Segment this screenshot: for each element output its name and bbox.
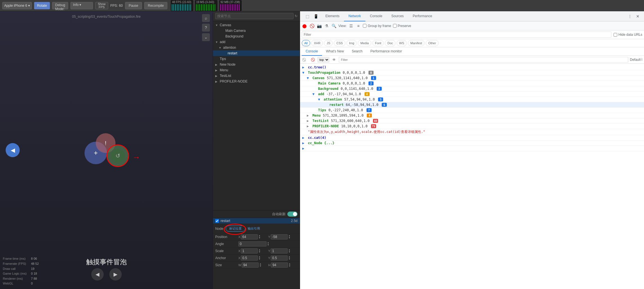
tab-performance[interactable]: Performance	[408, 11, 437, 21]
props-checkbox[interactable]	[215, 219, 219, 223]
preserve-input[interactable]	[393, 24, 397, 28]
tree-item-canvas[interactable]: ▼ Canvas	[213, 22, 300, 28]
search-icon[interactable]: 🔍	[331, 23, 337, 29]
tree-item-attention[interactable]: ▼ attention	[213, 45, 300, 50]
chip-ws[interactable]: WS	[397, 40, 407, 46]
chip-manifest[interactable]: Manifest	[408, 40, 425, 46]
vals-restart: 64,-58,94,94,1.0	[346, 103, 379, 107]
console-line-prompt[interactable]: ▶	[300, 146, 644, 151]
prop-x-val-anchor[interactable]	[241, 255, 258, 261]
tab-elements[interactable]: Elements	[321, 11, 344, 21]
chip-other[interactable]: Other	[426, 40, 439, 46]
network-filter-input[interactable]	[302, 32, 611, 38]
next-button[interactable]: ▶	[109, 268, 122, 281]
spin-size-w[interactable]: ▲▼	[259, 263, 261, 267]
export-button[interactable]: 输出引用	[248, 226, 260, 231]
show-fps-button[interactable]: Show FPS	[95, 2, 108, 9]
inspect-icon[interactable]: ⬚	[303, 12, 311, 20]
prompt-input[interactable]	[307, 146, 642, 150]
tree-item-add[interactable]: ▼ add	[213, 39, 300, 45]
spin-position-x[interactable]: ▲▼	[258, 235, 261, 239]
console-eye-icon[interactable]: 👁	[331, 57, 337, 63]
subtab-whats-new[interactable]: What's New	[322, 47, 348, 56]
recompile-button[interactable]: Recompile	[144, 2, 168, 9]
tree-item-testlist[interactable]: ▶ TestList	[213, 73, 300, 79]
console-default-label: Default l	[630, 58, 642, 62]
console-context-select[interactable]: top	[317, 57, 329, 63]
mobile-icon[interactable]: 📱	[312, 12, 320, 20]
record-icon[interactable]: ⬤	[302, 23, 307, 29]
prop-x-val-position[interactable]	[241, 234, 258, 239]
prev-button[interactable]: ◀	[91, 268, 104, 281]
preserve-checkbox[interactable]: Preserve	[393, 24, 411, 28]
prop-w-val-size[interactable]	[242, 263, 259, 268]
back-arrow-button[interactable]: ◀	[6, 143, 20, 157]
chip-js[interactable]: JS	[324, 40, 333, 46]
chevron-down-icon[interactable]: ⌄	[202, 33, 210, 41]
mark-position-button[interactable]: 标记位置	[226, 226, 245, 232]
search-icon[interactable]: ⌕	[202, 14, 210, 22]
waterfall-icon[interactable]: ≡	[356, 23, 361, 29]
props-selected-row[interactable]: restart 2.5d	[213, 218, 300, 224]
device-selector[interactable]: Apple iPhone 6 ▾	[2, 2, 32, 9]
prop-y-val-scale[interactable]	[271, 248, 288, 254]
tree-item-tips[interactable]: Tips	[213, 56, 300, 62]
tree-item-restart[interactable]: restart	[213, 50, 300, 56]
console-stop-icon[interactable]: 🚫	[310, 57, 316, 63]
scene-search-input[interactable]	[215, 13, 294, 19]
devtools-icon-group: ⬚ 📱	[302, 12, 321, 20]
console-block-icon[interactable]: ⃠	[302, 57, 308, 63]
auto-refresh-toggle[interactable]	[287, 212, 297, 217]
more-icon[interactable]: ✕	[634, 12, 642, 20]
rotate-button[interactable]: Rotate	[34, 2, 50, 9]
prop-y-val-anchor[interactable]	[271, 255, 288, 261]
tree-item-background[interactable]: Background	[213, 34, 300, 39]
bottom-chinese-text: 触摸事件冒泡	[86, 257, 127, 266]
prop-h-val-size[interactable]	[271, 263, 288, 268]
spin-position-y[interactable]: ▲▼	[288, 235, 290, 239]
prop-angle-val[interactable]	[238, 241, 267, 246]
chip-xhr[interactable]: XHR	[311, 40, 323, 46]
chip-doc[interactable]: Doc	[385, 40, 396, 46]
prop-x-val-scale[interactable]	[241, 248, 258, 254]
chip-all[interactable]: All	[302, 40, 310, 46]
tree-item-profiler-node[interactable]: ▶ PROFILER-NODE	[213, 79, 300, 84]
prop-y-val-position[interactable]	[271, 234, 288, 239]
refresh-icon[interactable]: ↻	[295, 14, 297, 18]
question-icon[interactable]: ?	[202, 24, 210, 32]
info-selector[interactable]: Info ▾	[70, 2, 93, 9]
subtab-search[interactable]: Search	[348, 47, 367, 56]
filter-icon[interactable]: ⚗	[324, 23, 329, 29]
hide-data-urls-checkbox[interactable]: Hide data URLs	[614, 33, 642, 37]
camera-icon[interactable]: 📷	[316, 23, 322, 29]
group-by-frame-input[interactable]	[363, 24, 367, 28]
group-by-frame-checkbox[interactable]: Group by frame	[363, 24, 391, 28]
console-filter-input[interactable]	[339, 57, 628, 63]
spin-scale-x[interactable]: ▲▼	[258, 249, 261, 253]
subtab-perf-monitor[interactable]: Performance monitor	[367, 47, 406, 56]
hide-data-urls-input[interactable]	[614, 33, 617, 37]
chip-font[interactable]: Font	[372, 40, 384, 46]
tab-sources[interactable]: Sources	[387, 11, 408, 21]
tab-console[interactable]: Console	[365, 11, 387, 21]
settings-icon[interactable]: ⋮	[626, 12, 634, 20]
list-view-icon[interactable]: ☰	[348, 23, 354, 29]
tab-network[interactable]: Network	[344, 11, 365, 21]
chip-img[interactable]: Img	[347, 40, 357, 46]
tree-item-menu[interactable]: ▶ Menu	[213, 67, 300, 73]
chip-css[interactable]: CSS	[334, 40, 345, 46]
spin-size-h[interactable]: ▲▼	[288, 263, 291, 267]
vals-main-camera: 0,0,0,0,1.0	[343, 81, 365, 85]
pause-button[interactable]: Pause	[125, 2, 142, 9]
subtab-console[interactable]: Console	[302, 47, 322, 56]
game-canvas[interactable]: 05_scripting/03_events/TouchPropagation.…	[0, 11, 213, 289]
spin-anchor-y[interactable]: ▲▼	[288, 256, 290, 260]
chip-media[interactable]: Media	[358, 40, 371, 46]
tree-item-main-camera[interactable]: Main Camera	[213, 28, 300, 34]
filter-chips-row: All XHR JS CSS Img Media Font Doc WS Man…	[300, 39, 644, 47]
spin-scale-y[interactable]: ▲▼	[288, 249, 290, 253]
tree-item-new-node[interactable]: ▶ New Node	[213, 62, 300, 67]
clear-icon[interactable]: 🚫	[309, 23, 315, 29]
spin-anchor-x[interactable]: ▲▼	[258, 256, 261, 260]
spin-angle[interactable]: ▲▼	[267, 242, 269, 246]
